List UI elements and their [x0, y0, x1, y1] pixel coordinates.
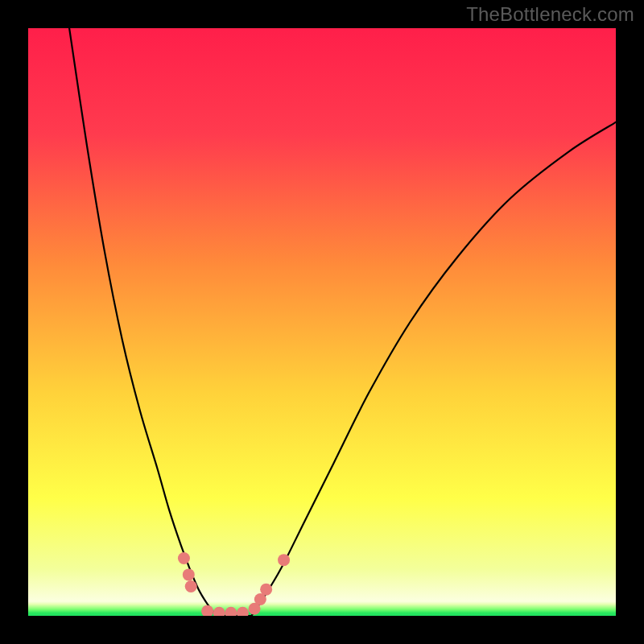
chart-frame: TheBottleneck.com [0, 0, 644, 644]
data-marker [278, 554, 290, 566]
plot-area [28, 28, 616, 616]
data-marker [225, 607, 237, 616]
data-marker [213, 607, 225, 616]
data-marker [260, 584, 272, 596]
data-marker [185, 580, 197, 592]
data-marker [237, 607, 249, 616]
data-marker [201, 605, 213, 616]
watermark-text: TheBottleneck.com [466, 3, 634, 26]
data-marker [178, 552, 190, 564]
data-marker [183, 568, 195, 580]
bottleneck-curve [28, 28, 616, 616]
